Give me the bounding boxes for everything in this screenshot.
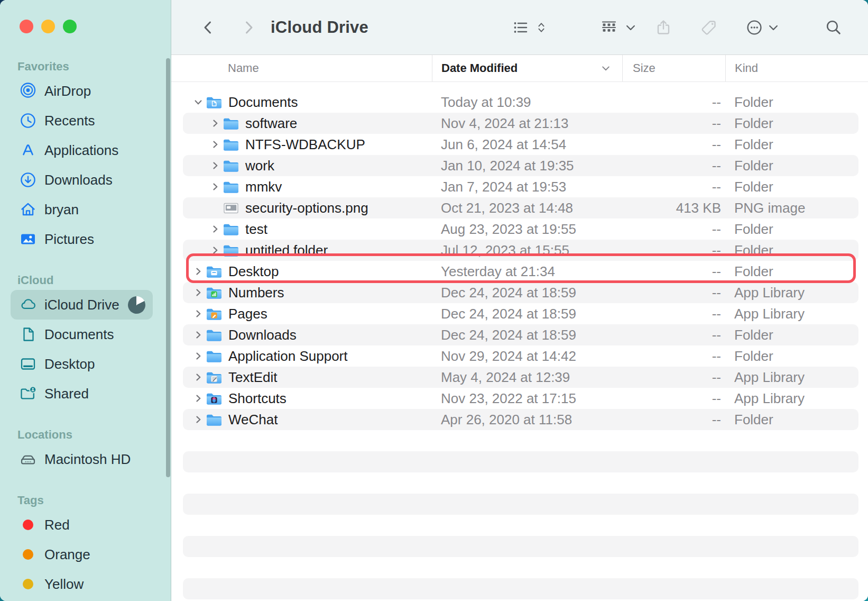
size-cell: --: [622, 369, 725, 386]
search-button[interactable]: [820, 0, 847, 54]
column-header-date-label: Date Modified: [441, 61, 518, 75]
yellow-tag-icon-box: [19, 575, 37, 593]
file-row-security-options-png[interactable]: security-options.png Oct 21, 2023 at 14:…: [171, 197, 868, 218]
pictures-icon: [19, 230, 37, 248]
sidebar-section-title: iCloud: [0, 273, 171, 288]
size-cell: --: [622, 115, 725, 132]
date-modified-cell: Nov 29, 2024 at 14:42: [432, 348, 622, 365]
disclosure-chevron-icon[interactable]: [209, 181, 221, 193]
file-row-application-support[interactable]: Application Support Nov 29, 2024 at 14:4…: [171, 345, 868, 367]
sidebar-item-yellow[interactable]: Yellow: [11, 569, 153, 599]
disclosure-chevron-icon[interactable]: [209, 223, 221, 235]
file-row-test[interactable]: test Aug 23, 2023 at 19:55 -- Folder: [171, 218, 868, 240]
file-row-numbers[interactable]: Numbers Dec 24, 2024 at 18:59 -- App Lib…: [171, 282, 868, 303]
sidebar-item-label: Pictures: [44, 231, 94, 248]
disclosure-chevron-icon[interactable]: [209, 160, 221, 171]
file-row-ntfs-wdbackup[interactable]: NTFS-WDBACKUP Jun 6, 2024 at 14:54 -- Fo…: [171, 134, 868, 155]
sidebar-item-desktop[interactable]: Desktop: [11, 349, 153, 379]
sort-direction-icon[interactable]: [534, 0, 549, 54]
more-actions-chevron-icon[interactable]: [767, 0, 780, 54]
disclosure-chevron-icon[interactable]: [209, 117, 221, 129]
name-cell: TextEdit: [171, 369, 432, 386]
share-button[interactable]: [651, 0, 676, 54]
folder-icon: [223, 159, 239, 173]
sidebar-item-pictures[interactable]: Pictures: [11, 224, 153, 254]
disclosure-chevron-icon[interactable]: [192, 393, 204, 404]
group-by-chevron-icon[interactable]: [624, 0, 638, 54]
sidebar-scrollbar[interactable]: [166, 58, 170, 477]
window-controls: [20, 20, 77, 33]
more-actions-button[interactable]: [742, 0, 767, 54]
sidebar-item-downloads[interactable]: Downloads: [11, 165, 153, 195]
sidebar-item-documents[interactable]: Documents: [11, 320, 153, 349]
file-row-documents[interactable]: Documents Today at 10:39 -- Folder: [171, 92, 868, 113]
date-modified-cell: Today at 10:39: [432, 94, 622, 111]
date-modified-cell: Jul 12, 2023 at 15:55: [432, 242, 622, 259]
column-header-date-modified[interactable]: Date Modified: [432, 55, 622, 81]
close-button[interactable]: [20, 20, 33, 33]
sidebar-item-recents[interactable]: Recents: [11, 106, 153, 135]
folder-icon: [206, 328, 223, 342]
disclosure-chevron-icon[interactable]: [192, 266, 204, 277]
column-header-size[interactable]: Size: [622, 55, 725, 81]
disclosure-chevron-icon[interactable]: [192, 329, 204, 341]
sidebar-item-label: Downloads: [44, 172, 113, 188]
file-row-work[interactable]: work Jan 10, 2024 at 19:35 -- Folder: [171, 155, 868, 176]
folder-icon: [223, 116, 239, 131]
kind-cell: App Library: [725, 369, 868, 386]
zoom-button[interactable]: [63, 20, 77, 33]
sidebar-item-bryan[interactable]: bryan: [11, 195, 153, 224]
sidebar-item-shared[interactable]: Shared: [11, 379, 153, 408]
name-cell: Numbers: [171, 285, 432, 301]
disclosure-chevron-icon[interactable]: [209, 139, 221, 150]
empty-row: [171, 472, 868, 494]
sidebar-item-macintosh-hd[interactable]: Macintosh HD: [11, 444, 153, 474]
sidebar-item-red[interactable]: Red: [11, 510, 153, 540]
kind-cell: App Library: [725, 285, 868, 301]
disclosure-chevron-icon[interactable]: [209, 244, 221, 256]
disclosure-chevron-icon[interactable]: [192, 287, 204, 298]
sidebar-section-favorites: Favorites AirDrop Recents Applications D…: [0, 59, 171, 254]
file-row-shortcuts[interactable]: Shortcuts Nov 23, 2022 at 17:15 -- App L…: [171, 388, 868, 409]
disclosure-chevron-icon[interactable]: [192, 414, 204, 425]
group-by-button[interactable]: [596, 0, 622, 54]
file-row-textedit[interactable]: TextEdit May 4, 2024 at 12:39 -- App Lib…: [171, 367, 868, 388]
empty-row: [171, 430, 868, 451]
name-cell: test: [171, 221, 432, 238]
disclosure-chevron-icon[interactable]: [192, 308, 204, 320]
disclosure-chevron-icon[interactable]: [192, 371, 204, 383]
file-row-untitled-folder[interactable]: untitled folder Jul 12, 2023 at 15:55 --…: [171, 240, 868, 261]
empty-row: [171, 451, 868, 472]
folder-icon: [206, 349, 223, 363]
sidebar-item-applications[interactable]: Applications: [11, 135, 153, 165]
sidebar-item-label: Shared: [44, 386, 89, 402]
sidebar-item-orange[interactable]: Orange: [11, 540, 153, 569]
file-row-downloads[interactable]: Downloads Dec 24, 2024 at 18:59 -- Folde…: [171, 324, 868, 345]
sidebar-item-icloud-drive[interactable]: iCloud Drive: [11, 290, 153, 320]
folder-textedit-icon: [206, 370, 223, 385]
kind-cell: App Library: [725, 306, 868, 322]
column-header-kind[interactable]: Kind: [725, 55, 868, 81]
date-modified-cell: Dec 24, 2024 at 18:59: [432, 285, 622, 301]
column-header-name[interactable]: Name: [171, 55, 432, 81]
file-row-mmkv[interactable]: mmkv Jan 7, 2024 at 19:53 -- Folder: [171, 176, 868, 197]
date-modified-cell: Jan 10, 2024 at 19:35: [432, 158, 622, 174]
file-row-software[interactable]: software Nov 4, 2024 at 21:13 -- Folder: [171, 113, 868, 134]
sidebar-item-label: Recents: [44, 113, 95, 129]
forward-button[interactable]: [239, 0, 258, 54]
size-cell: --: [622, 412, 725, 428]
file-row-wechat[interactable]: WeChat Apr 26, 2020 at 11:58 -- Folder: [171, 409, 868, 430]
list-view-button[interactable]: [509, 0, 533, 54]
file-row-pages[interactable]: Pages Dec 24, 2024 at 18:59 -- App Libra…: [171, 303, 868, 324]
disclosure-chevron-icon[interactable]: [192, 350, 204, 362]
file-row-desktop[interactable]: Desktop Yesterday at 21:34 -- Folder: [171, 261, 868, 282]
date-modified-cell: Nov 23, 2022 at 17:15: [432, 390, 622, 407]
back-button[interactable]: [199, 0, 218, 54]
sidebar-item-airdrop[interactable]: AirDrop: [11, 76, 153, 106]
file-name: Application Support: [228, 348, 347, 365]
tag-button[interactable]: [697, 0, 721, 54]
disclosure-chevron-icon[interactable]: [192, 96, 204, 108]
minimize-button[interactable]: [41, 20, 55, 33]
toolbar: iCloud Drive: [171, 0, 868, 55]
folder-icon: [223, 222, 239, 236]
